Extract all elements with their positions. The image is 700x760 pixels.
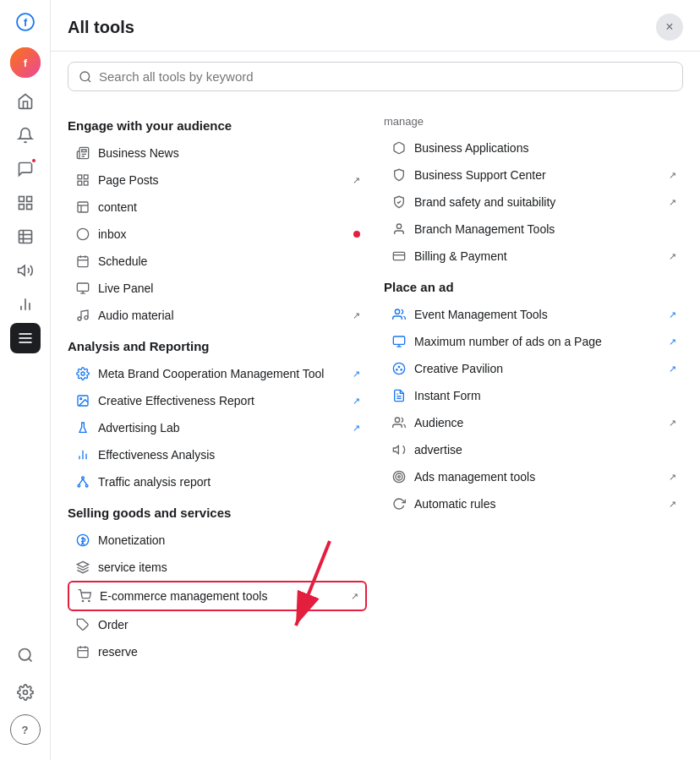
tool-service-items[interactable]: service items	[68, 554, 367, 581]
tool-live-panel[interactable]: Live Panel	[68, 275, 367, 302]
bill-icon	[391, 248, 407, 265]
svg-marker-75	[393, 446, 398, 453]
menu-icon[interactable]	[10, 323, 41, 353]
svg-text:f: f	[23, 57, 27, 69]
external-link-icon: ↗	[669, 251, 676, 262]
tool-label: Creative Effectiveness Report	[98, 394, 344, 407]
settings-icon[interactable]	[10, 677, 41, 708]
tool-ecommerce[interactable]: E-commerce management tools ↗	[68, 581, 367, 611]
tool-label: Instant Form	[414, 389, 676, 402]
tool-effectiveness-analysis[interactable]: Effectiveness Analysis	[68, 441, 367, 468]
section-analysis-title: Analysis and Reporting	[68, 339, 367, 353]
person-icon	[391, 221, 407, 238]
svg-point-46	[82, 477, 85, 479]
tag-icon	[74, 616, 91, 633]
tool-label: Brand safety and suitability	[414, 195, 660, 209]
svg-rect-25	[84, 181, 88, 185]
tool-schedule[interactable]: Schedule	[68, 248, 367, 275]
box-icon	[391, 139, 407, 156]
svg-point-42	[80, 398, 82, 400]
external-link-icon: ↗	[669, 309, 676, 320]
tool-branch-management[interactable]: Branch Management Tools	[384, 216, 683, 243]
tool-monetization[interactable]: Monetization	[68, 527, 367, 554]
music-icon	[74, 307, 91, 324]
auto-icon	[391, 495, 407, 512]
external-link-icon: ↗	[669, 499, 676, 510]
search-container	[51, 52, 700, 101]
table-icon[interactable]	[10, 221, 41, 252]
inbox-badge	[353, 231, 360, 238]
people-icon	[391, 306, 407, 323]
svg-point-68	[396, 369, 397, 370]
tool-advertise[interactable]: advertise	[384, 436, 683, 463]
tool-ads-management[interactable]: Ads management tools ↗	[384, 463, 683, 490]
tool-support-center[interactable]: Business Support Center ↗	[384, 161, 683, 189]
tool-page-posts[interactable]: Page Posts ↗	[68, 167, 367, 194]
tool-label: Schedule	[98, 254, 360, 268]
main-content: All tools × Engage with your audience	[51, 0, 700, 760]
tool-content[interactable]: content	[68, 194, 367, 221]
svg-point-67	[393, 363, 404, 374]
pages-icon[interactable]	[10, 188, 41, 218]
sidebar: f f	[0, 0, 51, 760]
tool-label: Audio material	[98, 309, 344, 322]
tool-max-ads[interactable]: Maximum number of ads on a Page ↗	[384, 328, 683, 355]
tool-label: inbox	[98, 227, 345, 241]
meta-logo: f	[10, 7, 41, 37]
svg-rect-5	[26, 205, 31, 210]
bell-icon[interactable]	[10, 120, 41, 150]
svg-rect-61	[393, 252, 404, 260]
svg-rect-35	[77, 283, 88, 291]
home-icon[interactable]	[10, 86, 41, 117]
tool-meta-brand[interactable]: Meta Brand Cooperation Management Tool ↗	[68, 360, 367, 387]
search-input[interactable]	[99, 69, 672, 84]
svg-marker-11	[18, 265, 25, 276]
avatar[interactable]: f	[10, 47, 41, 78]
tool-instant-form[interactable]: Instant Form	[384, 382, 683, 409]
close-button[interactable]: ×	[656, 14, 683, 41]
svg-rect-64	[393, 336, 404, 344]
tool-label: Creative Pavilion	[414, 362, 660, 375]
tool-audio[interactable]: Audio material ↗	[68, 302, 367, 329]
svg-point-18	[19, 649, 30, 660]
tool-label: Ads management tools	[414, 470, 660, 484]
tool-order[interactable]: Order	[68, 611, 367, 638]
tool-label: E-commerce management tools	[100, 589, 342, 603]
tool-event-management[interactable]: Event Management Tools ↗	[384, 301, 683, 328]
tool-traffic-analysis[interactable]: Traffic analysis report	[68, 468, 367, 495]
search-bottom-icon[interactable]	[10, 640, 41, 670]
tool-creative-pavilion[interactable]: Creative Pavilion ↗	[384, 355, 683, 382]
tool-reserve[interactable]: reserve	[68, 638, 367, 665]
tool-creative-effectiveness[interactable]: Creative Effectiveness Report ↗	[68, 387, 367, 414]
tool-advertising-lab[interactable]: Advertising Lab ↗	[68, 414, 367, 441]
external-link-icon: ↗	[353, 369, 360, 380]
image2-icon	[74, 392, 91, 409]
tool-audience[interactable]: Audience ↗	[384, 409, 683, 436]
tool-business-news[interactable]: Business News	[68, 139, 367, 167]
help-icon[interactable]: ?	[10, 714, 41, 745]
tool-label: reserve	[98, 645, 360, 659]
megaphone-icon[interactable]	[10, 255, 41, 286]
svg-point-78	[398, 476, 401, 478]
tool-billing[interactable]: Billing & Payment ↗	[384, 243, 683, 270]
tool-automatic-rules[interactable]: Automatic rules ↗	[384, 490, 683, 517]
tool-label: Business News	[98, 146, 360, 160]
svg-point-40	[81, 372, 85, 375]
tool-label: Live Panel	[98, 282, 360, 295]
svg-rect-6	[19, 205, 24, 210]
tool-brand-safety[interactable]: Brand safety and suitability ↗	[384, 189, 683, 216]
chart-icon[interactable]	[10, 289, 41, 320]
external-link-icon: ↗	[669, 170, 676, 181]
chat-icon[interactable]	[10, 154, 41, 184]
target-icon	[391, 468, 407, 485]
tool-business-apps[interactable]: Business Applications	[384, 134, 683, 161]
tool-label: Business Support Center	[414, 168, 660, 182]
svg-rect-4	[26, 197, 31, 202]
tool-label: Audience	[414, 416, 660, 429]
tool-inbox[interactable]: inbox	[68, 221, 367, 248]
search-box	[68, 62, 683, 91]
bar2-icon	[74, 446, 91, 463]
svg-point-47	[78, 484, 80, 487]
layout-icon	[74, 199, 91, 216]
network-icon	[74, 473, 91, 490]
